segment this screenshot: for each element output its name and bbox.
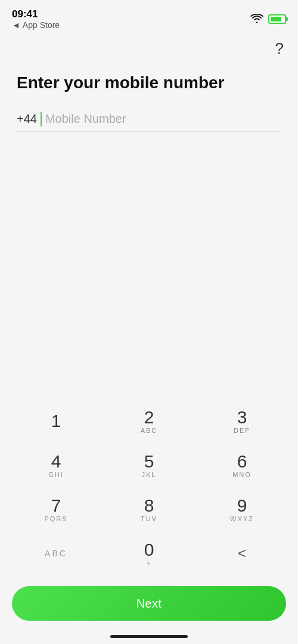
key-2[interactable]: 2 ABC <box>110 400 188 442</box>
key-0-sub: + <box>147 559 151 566</box>
back-chevron-icon: ◄ <box>12 20 20 30</box>
key-backspace[interactable]: < <box>203 532 281 574</box>
key-9-main: 9 <box>237 497 247 515</box>
keypad-row-2: 4 GHI 5 JKL 6 MNO <box>10 444 288 486</box>
phone-placeholder: Mobile Number <box>45 112 126 126</box>
next-button[interactable]: Next <box>12 586 286 621</box>
key-1-main: 1 <box>51 412 61 430</box>
key-8[interactable]: 8 TUV <box>110 488 188 530</box>
key-8-sub: TUV <box>141 515 157 522</box>
key-5-main: 5 <box>144 453 154 470</box>
keypad: 1 2 ABC 3 DEF 4 GHI 5 JKL 6 MNO 7 PQRS <box>0 400 298 577</box>
back-label: App Store <box>23 20 60 30</box>
back-nav[interactable]: ◄ App Store <box>12 20 60 30</box>
battery-fill <box>271 17 281 21</box>
key-abc-label: ABC <box>45 549 67 558</box>
page-title: Enter your mobile number <box>17 72 281 94</box>
key-9[interactable]: 9 WXYZ <box>203 488 281 530</box>
key-4-main: 4 <box>51 453 61 470</box>
key-6[interactable]: 6 MNO <box>203 444 281 486</box>
help-container: ? <box>0 33 298 60</box>
key-5[interactable]: 5 JKL <box>110 444 188 486</box>
key-9-sub: WXYZ <box>230 515 254 522</box>
key-2-main: 2 <box>144 408 154 426</box>
key-0-main: 0 <box>144 541 154 559</box>
home-bar <box>110 635 188 638</box>
next-btn-container: Next <box>0 586 298 630</box>
help-button[interactable]: ? <box>275 39 284 58</box>
key-2-sub: ABC <box>141 427 158 434</box>
status-time: 09:41 <box>12 8 60 20</box>
key-4[interactable]: 4 GHI <box>17 444 95 486</box>
key-3-main: 3 <box>237 408 247 426</box>
wifi-icon <box>250 14 263 24</box>
key-7[interactable]: 7 PQRS <box>17 488 95 530</box>
key-abc[interactable]: ABC <box>17 532 95 574</box>
home-indicator <box>0 630 298 644</box>
status-right <box>250 14 286 24</box>
phone-input-row[interactable]: +44 Mobile Number <box>17 112 281 132</box>
battery-icon <box>268 14 286 24</box>
key-7-sub: PQRS <box>44 515 67 522</box>
key-1[interactable]: 1 <box>17 400 95 442</box>
key-4-sub: GHI <box>48 471 64 478</box>
keypad-row-4: ABC 0 + < <box>10 532 288 574</box>
key-6-sub: MNO <box>232 471 252 478</box>
status-left: 09:41 ◄ App Store <box>12 8 60 30</box>
key-5-sub: JKL <box>142 471 157 478</box>
key-7-main: 7 <box>51 497 61 515</box>
key-3-sub: DEF <box>234 427 250 434</box>
content-spacer <box>17 144 281 394</box>
status-bar: 09:41 ◄ App Store <box>0 0 298 33</box>
key-8-main: 8 <box>144 497 154 515</box>
key-6-main: 6 <box>237 453 247 470</box>
key-0[interactable]: 0 + <box>110 532 188 574</box>
country-code: +44 <box>17 112 37 126</box>
backspace-icon: < <box>238 545 246 562</box>
keypad-row-3: 7 PQRS 8 TUV 9 WXYZ <box>10 488 288 530</box>
main-content: Enter your mobile number +44 Mobile Numb… <box>0 60 298 400</box>
cursor-line <box>41 112 42 126</box>
key-3[interactable]: 3 DEF <box>203 400 281 442</box>
keypad-row-1: 1 2 ABC 3 DEF <box>10 400 288 442</box>
